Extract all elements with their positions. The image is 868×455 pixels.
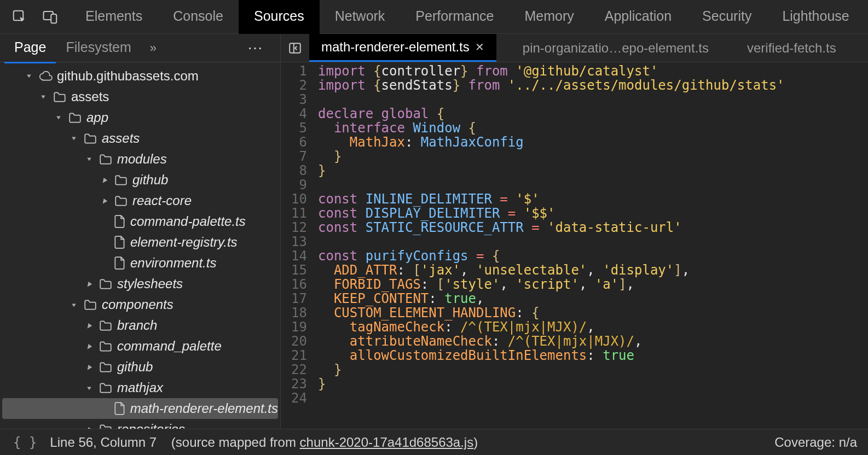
folder-components[interactable]: components [0,294,280,315]
tree-arrow-icon[interactable] [84,425,94,429]
code-line[interactable]: const DISPLAY_DELIMITER = '$$' [318,207,868,221]
folder-assets[interactable]: assets [0,128,280,149]
code-line[interactable]: const purifyConfigs = { [318,249,868,264]
line-number[interactable]: 15 [281,264,307,278]
source-code-editor[interactable]: 123456789101112131415161718192021222324 … [281,62,868,429]
source-map-link[interactable]: chunk-2020-17a41d68563a.js [300,435,474,450]
tree-arrow-icon[interactable] [84,321,94,330]
tree-arrow-icon[interactable] [24,72,34,80]
more-tabs-chevron-icon[interactable]: » [141,41,165,55]
close-icon[interactable]: ✕ [475,40,484,54]
sidebar-tab-page[interactable]: Page [4,33,56,63]
code-line[interactable]: MathJax: MathJaxConfig [318,136,868,150]
folder-stylesheets[interactable]: stylesheets [0,273,280,294]
tab-security[interactable]: Security [687,0,767,36]
tab-application[interactable]: Application [589,0,687,36]
tree-arrow-icon[interactable] [69,134,79,143]
line-number[interactable]: 17 [281,292,307,306]
tab-console[interactable]: Console [158,0,239,36]
folder-mathjax[interactable]: mathjax [0,377,280,398]
code-line[interactable] [318,178,868,192]
line-number[interactable]: 5 [281,121,307,136]
sidebar-tab-filesystem[interactable]: Filesystem [56,33,141,63]
folder-github[interactable]: github [0,170,280,190]
line-number[interactable]: 9 [281,178,307,192]
tab-sources[interactable]: Sources [239,0,320,36]
folder-app[interactable]: app [0,107,280,128]
folder-react-core[interactable]: react-core [0,190,280,211]
line-number[interactable]: 22 [281,363,307,377]
line-number[interactable]: 11 [281,207,307,221]
line-number[interactable]: 10 [281,192,307,207]
file-math-renderer-element-ts[interactable]: math-renderer-element.ts [2,398,278,419]
line-number[interactable]: 21 [281,349,307,363]
folder-modules[interactable]: modules [0,149,280,170]
code-line[interactable] [318,93,868,107]
line-number[interactable]: 20 [281,335,307,349]
line-number[interactable]: 18 [281,306,307,320]
pretty-print-icon[interactable]: { } [0,435,50,450]
tree-arrow-icon[interactable] [84,279,94,288]
code-line[interactable]: declare global { [318,107,868,121]
line-number[interactable]: 13 [281,235,307,249]
tab-performance[interactable]: Performance [400,0,509,36]
code-line[interactable]: interface Window { [318,121,868,136]
tree-arrow-icon[interactable] [100,196,109,205]
tree-arrow-icon[interactable] [100,176,109,184]
tree-arrow-icon[interactable] [84,363,94,371]
tab-network[interactable]: Network [320,0,401,36]
line-number[interactable]: 7 [281,150,307,164]
tree-arrow-icon[interactable] [38,92,48,101]
code-line[interactable]: FORBID_TAGS: ['style', 'script', 'a'], [318,278,868,292]
folder-branch[interactable]: branch [0,315,280,336]
code-line[interactable]: tagNameCheck: /^(TEX|mjx|MJX)/, [318,320,868,335]
tab-lighthouse[interactable]: Lighthouse [767,0,864,36]
device-toggle-icon[interactable] [42,8,59,26]
navigator-toggle-icon[interactable] [281,34,309,62]
code-line[interactable]: const STATIC_RESOURCE_ATTR = 'data-stati… [318,221,868,235]
code-line[interactable]: } [318,150,868,164]
tree-arrow-icon[interactable] [84,342,94,351]
tab-elements[interactable]: Elements [70,0,158,36]
file-environment-ts[interactable]: environment.ts [0,253,280,273]
code-line[interactable] [318,235,868,249]
line-number[interactable]: 19 [281,320,307,335]
line-number[interactable]: 3 [281,93,307,107]
line-number[interactable]: 14 [281,249,307,264]
line-number[interactable]: 23 [281,377,307,392]
code-line[interactable]: const INLINE_DELIMITER = '$' [318,192,868,207]
folder-repositories[interactable]: repositories [0,419,280,429]
code-line[interactable]: } [318,164,868,178]
line-number[interactable]: 12 [281,221,307,235]
editor-tab[interactable]: pin-organizatio…epo-element.ts [511,34,721,62]
code-line[interactable]: } [318,363,868,377]
code-line[interactable]: } [318,377,868,392]
code-line[interactable] [318,392,868,406]
folder-github-githubassets-com[interactable]: github.githubassets.com [0,66,280,86]
tree-arrow-icon[interactable] [69,300,79,309]
sidebar-more-icon[interactable]: ⋯ [247,39,276,57]
tree-arrow-icon[interactable] [54,113,63,122]
line-number[interactable]: 6 [281,136,307,150]
inspect-element-icon[interactable] [11,8,28,26]
line-number[interactable]: 24 [281,392,307,406]
folder-command-palette[interactable]: command_palette [0,336,280,357]
code-line[interactable]: KEEP_CONTENT: true, [318,292,868,306]
folder-github[interactable]: github [0,357,280,377]
code-line[interactable]: attributeNameCheck: /^(TEX|mjx|MJX)/, [318,335,868,349]
line-number[interactable]: 4 [281,107,307,121]
code-line[interactable]: import {controller} from '@github/cataly… [318,65,868,79]
editor-tab[interactable]: verified-fetch.ts [735,34,848,62]
tree-arrow-icon[interactable] [84,155,94,164]
line-number[interactable]: 16 [281,278,307,292]
line-number[interactable]: 8 [281,164,307,178]
file-command-palette-ts[interactable]: command-palette.ts [0,211,280,232]
tab-memory[interactable]: Memory [509,0,589,36]
editor-tab[interactable]: math-renderer-element.ts✕ [309,34,496,62]
code-line[interactable]: ADD_ATTR: ['jax', 'unselectable', 'displ… [318,264,868,278]
folder-assets[interactable]: assets [0,86,280,107]
line-number[interactable]: 1 [281,65,307,79]
tree-arrow-icon[interactable] [84,383,94,392]
code-line[interactable]: import {sendStats} from '../../assets/mo… [318,79,868,93]
file-element-registry-ts[interactable]: element-registry.ts [0,232,280,253]
